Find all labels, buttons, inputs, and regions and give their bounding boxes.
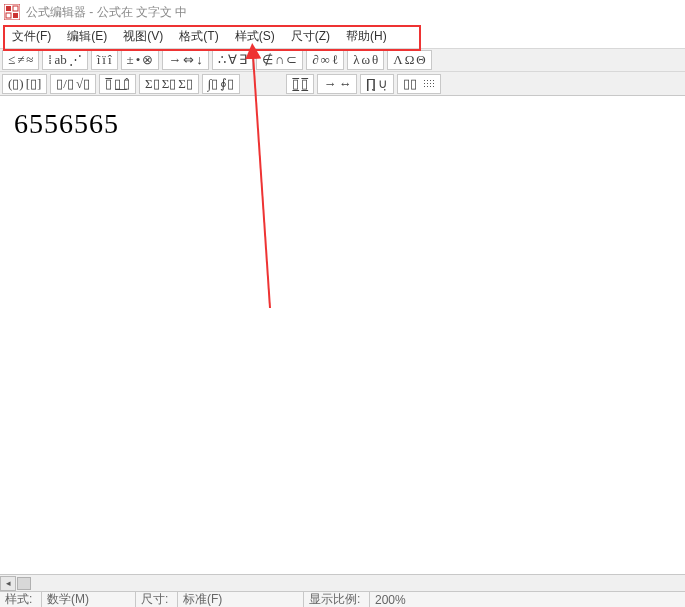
window-title: 公式编辑器 - 公式在 文字文 中 (26, 4, 187, 21)
menu-style[interactable]: 样式(S) (227, 26, 283, 47)
template-long-arrows[interactable]: →↔ (317, 74, 357, 94)
palette-misc[interactable]: ∂∞ℓ (306, 50, 344, 70)
palette-greek-upper[interactable]: ΛΩΘ (387, 50, 432, 70)
menu-size[interactable]: 尺寸(Z) (283, 26, 338, 47)
status-zoom-value[interactable]: 200% (370, 592, 685, 607)
svg-rect-4 (13, 13, 18, 18)
menu-help[interactable]: 帮助(H) (338, 26, 395, 47)
template-products[interactable]: ∏̣∪̣ (360, 74, 394, 94)
menubar: 文件(F) 编辑(E) 视图(V) 格式(T) 样式(S) 尺寸(Z) 帮助(H… (0, 24, 685, 48)
status-size-label: 尺寸: (136, 592, 178, 607)
template-palette-row2: (▯)[▯] ▯/▯√▯ ▯̅▯͟▯̂ Σ▯Σ▯Σ▯ ∫▯∮▯ ▯̲̅▯̲̅ →… (0, 72, 685, 96)
svg-rect-1 (6, 6, 11, 11)
scroll-left-button[interactable]: ◂ (0, 576, 16, 591)
horizontal-scrollbar[interactable]: ◂ (0, 574, 685, 591)
palette-set[interactable]: ∉∩⊂ (256, 50, 303, 70)
template-fractions[interactable]: ▯/▯√▯ (50, 74, 96, 94)
menu-view[interactable]: 视图(V) (115, 26, 171, 47)
menu-format[interactable]: 格式(T) (171, 26, 226, 47)
palette-operators[interactable]: ±•⊗ (121, 50, 160, 70)
template-gap (243, 74, 283, 94)
status-size-value[interactable]: 标准(F) (178, 592, 304, 607)
palette-embellish[interactable]: ĩïî (91, 50, 118, 70)
scroll-thumb[interactable] (17, 577, 31, 590)
menu-edit[interactable]: 编辑(E) (59, 26, 115, 47)
palette-relational[interactable]: ≤≠≈ (2, 50, 39, 70)
template-sums[interactable]: Σ▯Σ▯Σ▯ (139, 74, 199, 94)
status-style-value[interactable]: 数学(M) (42, 592, 136, 607)
app-icon (4, 4, 20, 20)
status-style-label: 样式: (0, 592, 42, 607)
status-zoom-label: 显示比例: (304, 592, 370, 607)
symbol-palette-row1: ≤≠≈ ⁞a͏b⋰ ĩïî ±•⊗ →⇔↓ ∴∀∃ ∉∩⊂ ∂∞ℓ λωθ ΛΩ… (0, 48, 685, 72)
titlebar: 公式编辑器 - 公式在 文字文 中 (0, 0, 685, 24)
template-overunder[interactable]: ▯̲̅▯̲̅ (286, 74, 314, 94)
formula-editor-canvas[interactable]: 6556565 (0, 96, 685, 576)
menu-file[interactable]: 文件(F) (4, 26, 59, 47)
template-integrals[interactable]: ∫▯∮▯ (202, 74, 241, 94)
palette-arrows[interactable]: →⇔↓ (162, 50, 209, 70)
template-scripts[interactable]: ▯̅▯͟▯̂ (99, 74, 136, 94)
template-fences[interactable]: (▯)[▯] (2, 74, 47, 94)
palette-logic[interactable]: ∴∀∃ (212, 50, 253, 70)
matrix-grid-icon (423, 79, 435, 89)
statusbar: 样式: 数学(M) 尺寸: 标准(F) 显示比例: 200% (0, 591, 685, 607)
template-matrix[interactable]: ▯▯ (397, 74, 440, 94)
formula-content[interactable]: 6556565 (14, 108, 119, 139)
palette-spacing[interactable]: ⁞a͏b⋰ (42, 50, 87, 70)
palette-greek-lower[interactable]: λωθ (347, 50, 384, 70)
